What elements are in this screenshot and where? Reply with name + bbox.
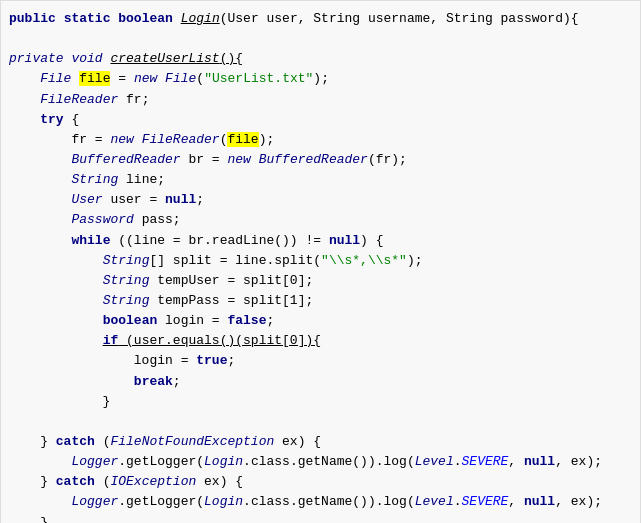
code-line-23: } catch (IOException ex) {	[1, 472, 640, 492]
code-text: Logger.getLogger(Login.class.getName()).…	[9, 492, 602, 512]
code-text: User user = null;	[9, 190, 204, 210]
code-line-17: if (user.equals()(split[0]){	[1, 331, 640, 351]
code-line-15: String tempPass = split[1];	[1, 291, 640, 311]
code-line-14: String tempUser = split[0];	[1, 271, 640, 291]
code-line-22: Logger.getLogger(Login.class.getName()).…	[1, 452, 640, 472]
code-container: public static boolean Login(User user, S…	[0, 0, 641, 523]
code-text: }	[9, 392, 110, 412]
code-text: public static boolean Login(User user, S…	[9, 9, 579, 29]
code-line-24: Logger.getLogger(Login.class.getName()).…	[1, 492, 640, 512]
code-line-4: File file = new File("UserList.txt");	[1, 69, 640, 89]
code-text: BufferedReader br = new BufferedReader(f…	[9, 150, 407, 170]
code-text: String tempUser = split[0];	[9, 271, 313, 291]
code-line-8: BufferedReader br = new BufferedReader(f…	[1, 150, 640, 170]
code-text: Logger.getLogger(Login.class.getName()).…	[9, 452, 602, 472]
code-line-20: }	[1, 392, 640, 412]
code-text: } catch (IOException ex) {	[9, 472, 243, 492]
code-line-21: } catch (FileNotFoundException ex) {	[1, 432, 640, 452]
code-text: boolean login = false;	[9, 311, 274, 331]
code-text: String tempPass = split[1];	[9, 291, 313, 311]
code-text: String line;	[9, 170, 165, 190]
code-line-6: try {	[1, 110, 640, 130]
code-line-11: Password pass;	[1, 210, 640, 230]
code-text: break;	[9, 372, 181, 392]
code-line-3: private void createUserList(){	[1, 49, 640, 69]
code-line-10: User user = null;	[1, 190, 640, 210]
code-line-9: String line;	[1, 170, 640, 190]
code-text: String[] split = line.split("\\s*,\\s*")…	[9, 251, 423, 271]
code-text: try {	[9, 110, 79, 130]
code-text: if (user.equals()(split[0]){	[9, 331, 321, 351]
code-text: FileReader fr;	[9, 90, 149, 110]
code-text: private void createUserList(){	[9, 49, 243, 69]
code-line-1: public static boolean Login(User user, S…	[1, 9, 640, 29]
code-line-19: break;	[1, 372, 640, 392]
code-text: while ((line = br.readLine()) != null) {	[9, 231, 384, 251]
code-text: Password pass;	[9, 210, 181, 230]
code-text: } catch (FileNotFoundException ex) {	[9, 432, 321, 452]
code-text: fr = new FileReader(file);	[9, 130, 274, 150]
code-line-7: fr = new FileReader(file);	[1, 130, 640, 150]
code-text: File file = new File("UserList.txt");	[9, 69, 329, 89]
code-line-13: String[] split = line.split("\\s*,\\s*")…	[1, 251, 640, 271]
code-text: }	[9, 513, 48, 523]
code-line-25: }	[1, 513, 640, 523]
code-line-5: FileReader fr;	[1, 90, 640, 110]
code-line-blank	[1, 29, 640, 49]
code-line-16: boolean login = false;	[1, 311, 640, 331]
code-line-12: while ((line = br.readLine()) != null) {	[1, 231, 640, 251]
code-line-18: login = true;	[1, 351, 640, 371]
code-line-blank2	[1, 412, 640, 432]
code-text: login = true;	[9, 351, 235, 371]
